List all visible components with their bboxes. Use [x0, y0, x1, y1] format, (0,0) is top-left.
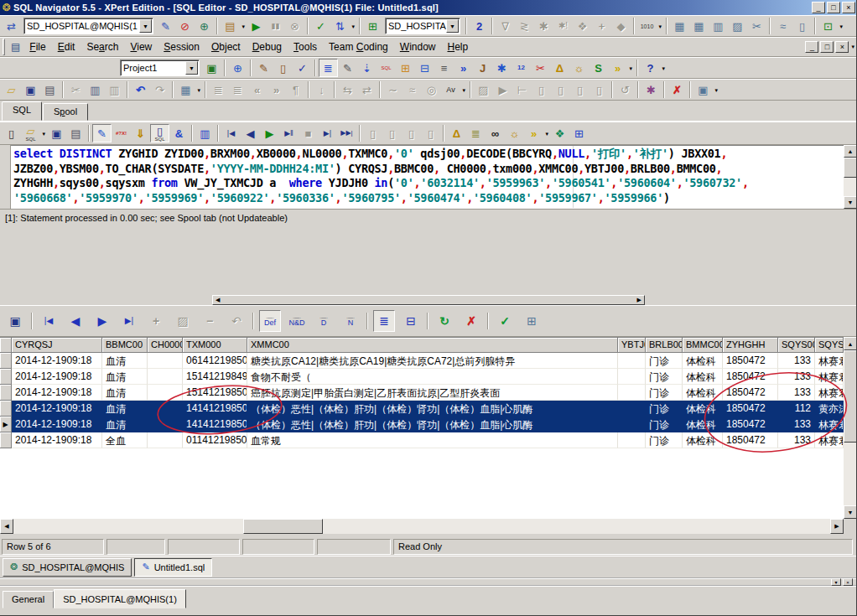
archive-doc-icon[interactable]: ▯ — [590, 80, 609, 99]
sql-text[interactable]: select DISTINCT ZYGHID ZYID00,BRXM00,XB0… — [13, 147, 839, 207]
format-code-icon[interactable]: ¶ — [286, 80, 305, 99]
table-cell[interactable]: 血清 — [102, 417, 148, 432]
column-header-cyrqsj[interactable]: CYRQSJ — [12, 338, 102, 353]
open-sql-icon[interactable]: ▱SQL▾ — [21, 124, 40, 142]
table-cell[interactable]: 血清 — [102, 369, 148, 385]
session-combo[interactable]: SD_HOSPITAL@MQHIS(1▼ — [23, 18, 153, 34]
web-support-icon[interactable]: ⊕ — [195, 17, 214, 35]
editor-scrollbar[interactable]: ▲ ▼ — [844, 145, 857, 209]
table-editor-icon[interactable]: ▦▾ — [176, 80, 195, 99]
table-cell[interactable]: 体检科 — [683, 369, 723, 385]
table-cell[interactable]: 141412198500 — [183, 417, 247, 432]
delete-record-icon[interactable]: − — [199, 310, 221, 332]
shift-right-icon[interactable]: » — [267, 80, 286, 99]
row-selector[interactable] — [0, 432, 12, 448]
splitter-handle[interactable]: ◀ ▶ — [212, 295, 645, 305]
abort-session-icon[interactable]: ⊗ — [285, 17, 304, 35]
substitution-icon[interactable]: & — [169, 124, 189, 142]
convert-right-icon[interactable]: ⇄ — [357, 80, 377, 99]
table-cell[interactable]: 门诊 — [646, 401, 683, 417]
copy-icon[interactable]: ▥ — [86, 80, 105, 99]
code-outline-icon[interactable]: ≣ — [466, 124, 486, 142]
row-selector[interactable] — [0, 401, 12, 417]
table-cell[interactable]: 151412198499 — [183, 369, 247, 385]
table-cell[interactable]: 133 — [778, 385, 815, 401]
data-grid-icon[interactable]: ⊞ — [396, 59, 415, 77]
table-cell[interactable]: 血常规 — [247, 432, 618, 448]
new-file-icon[interactable]: ▯ — [2, 124, 21, 142]
table-cell[interactable]: 血清 — [102, 401, 148, 417]
bottom-splitter[interactable] — [0, 577, 857, 587]
outdent-icon[interactable]: ≣ — [228, 80, 247, 99]
table-cell[interactable]: （体检）恶性|（体检）肝功|（体检）肾功|（体检）血脂|心肌酶 — [247, 401, 618, 417]
table-cell[interactable]: 133 — [778, 417, 815, 432]
column-header-bbmc00[interactable]: BBMC00 — [102, 338, 148, 353]
table-cell[interactable] — [618, 417, 646, 432]
row-selector[interactable] — [0, 385, 12, 401]
table-cell[interactable]: 体检科 — [683, 385, 723, 401]
column-header-brlb00[interactable]: BRLB00 — [646, 338, 683, 353]
edit-data-icon[interactable]: ▦ — [670, 17, 689, 35]
wrap-utility-icon[interactable]: ✱ — [492, 59, 512, 77]
toolbar-overflow-icon[interactable]: ▾ — [851, 44, 854, 50]
table-cell[interactable]: 食物不耐受（ — [247, 369, 618, 385]
scroll-up-icon[interactable]: ▲ — [844, 145, 857, 158]
table-cell[interactable] — [148, 432, 183, 448]
toolbar-grip[interactable] — [3, 39, 5, 55]
save-statement-icon[interactable]: ▯ — [421, 124, 440, 142]
display-d-button[interactable]: ·—·D — [313, 310, 335, 332]
next-record-icon[interactable]: ▶ — [91, 310, 113, 332]
minimize-button[interactable]: _ — [812, 2, 825, 13]
analyze-table-icon[interactable]: ✂ — [747, 17, 766, 35]
table-cell[interactable]: 血清 — [102, 353, 148, 369]
editor-scroll-thumb[interactable] — [844, 158, 857, 178]
table-cell[interactable]: 133 — [778, 369, 815, 385]
table-cell[interactable] — [148, 369, 183, 385]
merge-doc-icon[interactable]: ▯ — [570, 80, 590, 99]
table-cell[interactable]: 112 — [778, 401, 815, 417]
check-out-icon[interactable]: ▯ — [273, 59, 293, 77]
table-cell[interactable]: 2014-12-1909:18 — [12, 385, 102, 401]
error-lookup-icon[interactable]: #?X! — [112, 124, 131, 142]
menu-help[interactable]: Help — [441, 39, 474, 54]
extract-doc-icon[interactable]: ▯ — [532, 80, 551, 99]
indent-icon[interactable]: ≣ — [209, 80, 228, 99]
table-cell[interactable]: 2014-12-1909:18 — [12, 432, 102, 448]
binary-view-icon[interactable]: 1010▾ — [637, 17, 657, 35]
grid-vscroll-thumb[interactable] — [844, 350, 857, 443]
table-cell[interactable]: 151412198502 — [183, 385, 247, 401]
column-header-xmmc00[interactable]: XMMC00 — [247, 338, 618, 353]
tab-sql[interactable]: SQL — [2, 101, 42, 121]
code-tester-icon[interactable]: ✂ — [531, 59, 550, 77]
java-manager-icon[interactable]: J — [473, 59, 492, 77]
row-selector[interactable] — [0, 369, 12, 385]
table-cell[interactable]: 011412198503 — [183, 432, 247, 448]
find-icon[interactable]: ∞ — [486, 124, 505, 142]
table-cell[interactable]: 133 — [778, 353, 815, 369]
more-actions-icon[interactable]: »▾ — [524, 124, 543, 142]
post-changes-icon[interactable]: ✓ — [494, 310, 516, 332]
menu-debug[interactable]: Debug — [247, 39, 288, 54]
scroll-down-icon[interactable]: ▼ — [844, 505, 857, 519]
benchmark-icon[interactable]: ❖ — [550, 124, 569, 142]
er-diagram-icon[interactable]: ⊟ — [415, 59, 434, 77]
column-header-ybtj00[interactable]: YBTJ00 — [618, 338, 646, 353]
table-cell[interactable] — [618, 385, 646, 401]
optimize-icon[interactable]: ☼ — [505, 124, 524, 142]
menu-team-coding[interactable]: Team Coding — [323, 39, 394, 54]
alerts-icon[interactable]: ◆ — [611, 17, 631, 35]
table-cell[interactable]: 林赛君 — [815, 417, 844, 432]
prior-record-icon[interactable]: ◀ — [65, 310, 86, 332]
goto-first-icon[interactable]: |◀ — [221, 124, 241, 142]
undo-icon[interactable]: ↶ — [131, 80, 150, 99]
table-cell[interactable]: 黄亦涛 — [815, 401, 844, 417]
help-icon[interactable]: ?▾ — [641, 59, 660, 77]
menu-search[interactable]: Search — [81, 39, 124, 54]
splitter-right-icon[interactable]: ▶ — [637, 297, 641, 303]
project-combo[interactable]: Project1▼ — [120, 60, 200, 76]
display-def-button[interactable]: ·—·Def — [259, 310, 281, 332]
pause-icon[interactable]: ▮▮ — [266, 17, 285, 35]
splitter-left-icon[interactable]: ◀ — [216, 297, 220, 303]
table-cell[interactable]: 门诊 — [646, 385, 683, 401]
table-row[interactable]: ▶2014-12-1909:18血清141412198500（体检）恶性|（体检… — [0, 417, 844, 432]
